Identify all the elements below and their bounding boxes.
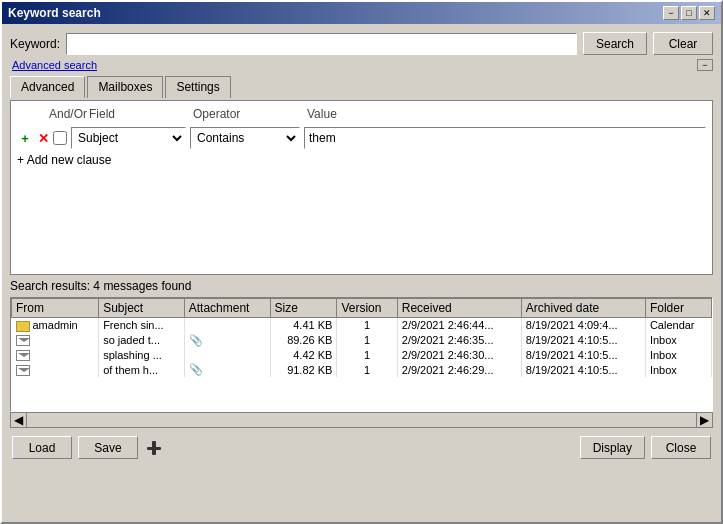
table-row[interactable]: so jaded t... 📎 89.26 KB 1 2/9/2021 2:46… <box>12 333 712 348</box>
clause-row: + ✕ Subject From To Body Date Contains D… <box>17 127 706 149</box>
table-row[interactable]: splashing ... 4.42 KB 1 2/9/2021 2:46:30… <box>12 348 712 363</box>
cell-from <box>12 333 99 348</box>
cell-archived: 8/19/2021 4:10:5... <box>521 362 645 377</box>
clause-checkbox[interactable] <box>53 131 67 145</box>
col-received[interactable]: Received <box>397 299 521 318</box>
cell-folder: Inbox <box>645 333 711 348</box>
svg-rect-1 <box>152 441 156 455</box>
display-button[interactable]: Display <box>580 436 645 459</box>
cell-received: 2/9/2021 2:46:30... <box>397 348 521 363</box>
col-from[interactable]: From <box>12 299 99 318</box>
value-header: Value <box>299 107 706 121</box>
window-title: Keyword search <box>8 6 101 20</box>
col-version[interactable]: Version <box>337 299 397 318</box>
search-panel: And/Or Field Operator Value + ✕ Subject … <box>10 100 713 275</box>
close-window-button[interactable]: Close <box>651 436 711 459</box>
window-body: Keyword: Search Clear Advanced search − … <box>2 24 721 522</box>
cell-archived: 8/19/2021 4:10:5... <box>521 333 645 348</box>
cell-received: 2/9/2021 2:46:29... <box>397 362 521 377</box>
pin-icon[interactable] <box>144 438 164 458</box>
title-bar: Keyword search − □ ✕ <box>2 2 721 24</box>
col-attachment[interactable]: Attachment <box>184 299 270 318</box>
cell-folder: Inbox <box>645 348 711 363</box>
cell-from <box>12 348 99 363</box>
operator-header: Operator <box>185 107 295 121</box>
cell-attachment <box>184 318 270 333</box>
field-select[interactable]: Subject From To Body Date <box>71 127 186 149</box>
cell-size: 4.42 KB <box>270 348 337 363</box>
tab-settings[interactable]: Settings <box>165 76 230 98</box>
cell-size: 89.26 KB <box>270 333 337 348</box>
minimize-button[interactable]: − <box>663 6 679 20</box>
col-archived[interactable]: Archived date <box>521 299 645 318</box>
cell-archived: 8/19/2021 4:09:4... <box>521 318 645 333</box>
load-button[interactable]: Load <box>12 436 72 459</box>
cell-subject: of them h... <box>99 362 185 377</box>
cell-attachment <box>184 348 270 363</box>
bottom-left: Load Save <box>12 436 164 459</box>
advanced-search-link[interactable]: Advanced search <box>10 59 97 71</box>
cell-from <box>12 362 99 377</box>
horizontal-scrollbar[interactable]: ◀ ▶ <box>10 412 713 428</box>
tab-mailboxes[interactable]: Mailboxes <box>87 76 163 98</box>
cell-size: 91.82 KB <box>270 362 337 377</box>
cell-version: 1 <box>337 318 397 333</box>
results-table: From Subject Attachment Size Version Rec… <box>11 298 712 377</box>
keyword-row: Keyword: Search Clear <box>10 32 713 55</box>
tab-advanced[interactable]: Advanced <box>10 76 85 98</box>
cell-attachment: 📎 <box>184 362 270 377</box>
col-size[interactable]: Size <box>270 299 337 318</box>
keyword-label: Keyword: <box>10 37 60 51</box>
search-button[interactable]: Search <box>583 32 647 55</box>
field-header: Field <box>81 107 181 121</box>
title-bar-controls: − □ ✕ <box>663 6 715 20</box>
bottom-right: Display Close <box>580 436 711 459</box>
value-input[interactable] <box>304 127 706 149</box>
scroll-right-btn[interactable]: ▶ <box>696 413 712 427</box>
collapse-button[interactable]: − <box>697 59 713 71</box>
add-new-clause[interactable]: + Add new clause <box>17 153 706 167</box>
cell-version: 1 <box>337 333 397 348</box>
add-clause-icon[interactable]: + <box>17 130 33 146</box>
results-section: Search results: 4 messages found From Su… <box>10 279 713 428</box>
col-folder[interactable]: Folder <box>645 299 711 318</box>
remove-clause-icon[interactable]: ✕ <box>35 130 51 146</box>
maximize-button[interactable]: □ <box>681 6 697 20</box>
cell-folder: Calendar <box>645 318 711 333</box>
cell-folder: Inbox <box>645 362 711 377</box>
cell-version: 1 <box>337 362 397 377</box>
bottom-bar: Load Save Display Close <box>10 432 713 461</box>
cell-version: 1 <box>337 348 397 363</box>
cell-subject: splashing ... <box>99 348 185 363</box>
table-row[interactable]: amadmin French sin... 4.41 KB 1 2/9/2021… <box>12 318 712 333</box>
cell-size: 4.41 KB <box>270 318 337 333</box>
clause-headers: And/Or Field Operator Value <box>17 107 706 123</box>
save-button[interactable]: Save <box>78 436 138 459</box>
col-subject[interactable]: Subject <box>99 299 185 318</box>
operator-select[interactable]: Contains Does not contain Equals Starts … <box>190 127 300 149</box>
table-row[interactable]: of them h... 📎 91.82 KB 1 2/9/2021 2:46:… <box>12 362 712 377</box>
andor-header: And/Or <box>17 107 77 121</box>
cell-subject: French sin... <box>99 318 185 333</box>
scroll-left-btn[interactable]: ◀ <box>11 413 27 427</box>
keyword-input[interactable] <box>66 33 577 55</box>
cell-received: 2/9/2021 2:46:35... <box>397 333 521 348</box>
tabs-container: Advanced Mailboxes Settings <box>10 75 713 97</box>
cell-from: amadmin <box>12 318 99 333</box>
cell-received: 2/9/2021 2:46:44... <box>397 318 521 333</box>
scroll-track[interactable] <box>27 413 696 427</box>
results-table-container[interactable]: From Subject Attachment Size Version Rec… <box>10 297 713 412</box>
clear-button[interactable]: Clear <box>653 32 713 55</box>
cell-archived: 8/19/2021 4:10:5... <box>521 348 645 363</box>
keyword-search-window: Keyword search − □ ✕ Keyword: Search Cle… <box>0 0 723 524</box>
clause-icons: + ✕ <box>17 130 67 146</box>
results-summary: Search results: 4 messages found <box>10 279 713 293</box>
close-button[interactable]: ✕ <box>699 6 715 20</box>
cell-attachment: 📎 <box>184 333 270 348</box>
cell-subject: so jaded t... <box>99 333 185 348</box>
